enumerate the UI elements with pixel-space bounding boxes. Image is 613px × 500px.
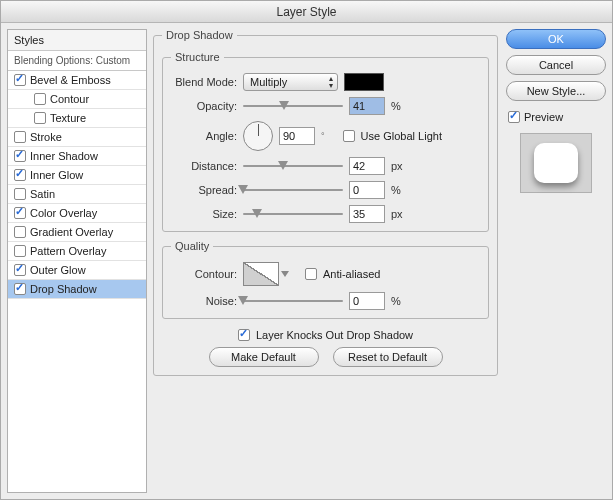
- size-slider[interactable]: [243, 207, 343, 221]
- style-label: Texture: [50, 112, 86, 124]
- blend-mode-label: Blend Mode:: [171, 76, 237, 88]
- style-label: Gradient Overlay: [30, 226, 113, 238]
- distance-unit: px: [391, 160, 403, 172]
- use-global-light-label: Use Global Light: [361, 130, 442, 142]
- style-row-texture[interactable]: Texture: [8, 109, 146, 128]
- antialiased-label: Anti-aliased: [323, 268, 380, 280]
- size-input[interactable]: 35: [349, 205, 385, 223]
- contour-picker[interactable]: [243, 262, 279, 286]
- opacity-slider[interactable]: [243, 99, 343, 113]
- blend-mode-select[interactable]: Multiply ▴▾: [243, 73, 338, 91]
- window-title: Layer Style: [276, 5, 336, 19]
- angle-unit: °: [321, 131, 325, 141]
- quality-group: Quality Contour: Anti-aliased Noise:: [162, 240, 489, 319]
- quality-legend: Quality: [171, 240, 213, 252]
- side-buttons: OK Cancel New Style... Preview: [506, 29, 606, 493]
- style-checkbox[interactable]: [14, 207, 26, 219]
- opacity-unit: %: [391, 100, 401, 112]
- style-label: Contour: [50, 93, 89, 105]
- use-global-light-checkbox[interactable]: [343, 130, 355, 142]
- style-checkbox[interactable]: [34, 93, 46, 105]
- style-label: Pattern Overlay: [30, 245, 106, 257]
- style-label: Bevel & Emboss: [30, 74, 111, 86]
- style-row-outer-glow[interactable]: Outer Glow: [8, 261, 146, 280]
- style-label: Inner Shadow: [30, 150, 98, 162]
- make-default-button[interactable]: Make Default: [209, 347, 319, 367]
- opacity-label: Opacity:: [171, 100, 237, 112]
- noise-slider[interactable]: [243, 294, 343, 308]
- style-label: Inner Glow: [30, 169, 83, 181]
- style-row-gradient-overlay[interactable]: Gradient Overlay: [8, 223, 146, 242]
- structure-legend: Structure: [171, 51, 224, 63]
- chevron-down-icon: [281, 271, 289, 277]
- spread-unit: %: [391, 184, 401, 196]
- knockout-checkbox[interactable]: [238, 329, 250, 341]
- style-label: Outer Glow: [30, 264, 86, 276]
- style-row-stroke[interactable]: Stroke: [8, 128, 146, 147]
- styles-list: Bevel & EmbossContourTextureStrokeInner …: [8, 71, 146, 299]
- distance-input[interactable]: 42: [349, 157, 385, 175]
- style-checkbox[interactable]: [14, 264, 26, 276]
- noise-input[interactable]: 0: [349, 292, 385, 310]
- style-checkbox[interactable]: [14, 169, 26, 181]
- style-row-inner-shadow[interactable]: Inner Shadow: [8, 147, 146, 166]
- style-checkbox[interactable]: [14, 245, 26, 257]
- distance-slider[interactable]: [243, 159, 343, 173]
- style-row-color-overlay[interactable]: Color Overlay: [8, 204, 146, 223]
- drop-shadow-group: Drop Shadow Structure Blend Mode: Multip…: [153, 29, 498, 376]
- styles-header[interactable]: Styles: [8, 30, 146, 51]
- style-row-bevel-emboss[interactable]: Bevel & Emboss: [8, 71, 146, 90]
- size-unit: px: [391, 208, 403, 220]
- noise-unit: %: [391, 295, 401, 307]
- shadow-color-swatch[interactable]: [344, 73, 384, 91]
- style-checkbox[interactable]: [14, 188, 26, 200]
- preview-label: Preview: [524, 111, 563, 123]
- style-row-contour[interactable]: Contour: [8, 90, 146, 109]
- style-row-satin[interactable]: Satin: [8, 185, 146, 204]
- spread-slider[interactable]: [243, 183, 343, 197]
- structure-group: Structure Blend Mode: Multiply ▴▾ Opacit…: [162, 51, 489, 232]
- style-checkbox[interactable]: [34, 112, 46, 124]
- style-label: Color Overlay: [30, 207, 97, 219]
- knockout-label: Layer Knocks Out Drop Shadow: [256, 329, 413, 341]
- style-row-pattern-overlay[interactable]: Pattern Overlay: [8, 242, 146, 261]
- style-label: Drop Shadow: [30, 283, 97, 295]
- noise-label: Noise:: [171, 295, 237, 307]
- style-label: Stroke: [30, 131, 62, 143]
- style-checkbox[interactable]: [14, 74, 26, 86]
- content: Styles Blending Options: Custom Bevel & …: [1, 23, 612, 499]
- style-row-drop-shadow[interactable]: Drop Shadow: [8, 280, 146, 299]
- layer-style-dialog: Layer Style Styles Blending Options: Cus…: [0, 0, 613, 500]
- preview-checkbox[interactable]: [508, 111, 520, 123]
- blend-mode-value: Multiply: [250, 76, 287, 88]
- opacity-input[interactable]: 41: [349, 97, 385, 115]
- cancel-button[interactable]: Cancel: [506, 55, 606, 75]
- angle-input[interactable]: 90: [279, 127, 315, 145]
- config-area: Drop Shadow Structure Blend Mode: Multip…: [153, 29, 498, 493]
- titlebar: Layer Style: [1, 1, 612, 23]
- style-label: Satin: [30, 188, 55, 200]
- preview-box: [520, 133, 592, 193]
- style-row-inner-glow[interactable]: Inner Glow: [8, 166, 146, 185]
- distance-label: Distance:: [171, 160, 237, 172]
- reset-default-button[interactable]: Reset to Default: [333, 347, 443, 367]
- angle-label: Angle:: [171, 130, 237, 142]
- style-checkbox[interactable]: [14, 131, 26, 143]
- blending-options[interactable]: Blending Options: Custom: [8, 51, 146, 71]
- new-style-button[interactable]: New Style...: [506, 81, 606, 101]
- preview-thumbnail: [534, 143, 578, 183]
- main: Drop Shadow Structure Blend Mode: Multip…: [153, 29, 606, 493]
- ok-button[interactable]: OK: [506, 29, 606, 49]
- style-checkbox[interactable]: [14, 283, 26, 295]
- styles-panel: Styles Blending Options: Custom Bevel & …: [7, 29, 147, 493]
- size-label: Size:: [171, 208, 237, 220]
- contour-label: Contour:: [171, 268, 237, 280]
- angle-dial[interactable]: [243, 121, 273, 151]
- spread-label: Spread:: [171, 184, 237, 196]
- antialiased-checkbox[interactable]: [305, 268, 317, 280]
- drop-shadow-legend: Drop Shadow: [162, 29, 237, 41]
- style-checkbox[interactable]: [14, 226, 26, 238]
- spread-input[interactable]: 0: [349, 181, 385, 199]
- select-arrows-icon: ▴▾: [329, 75, 333, 89]
- style-checkbox[interactable]: [14, 150, 26, 162]
